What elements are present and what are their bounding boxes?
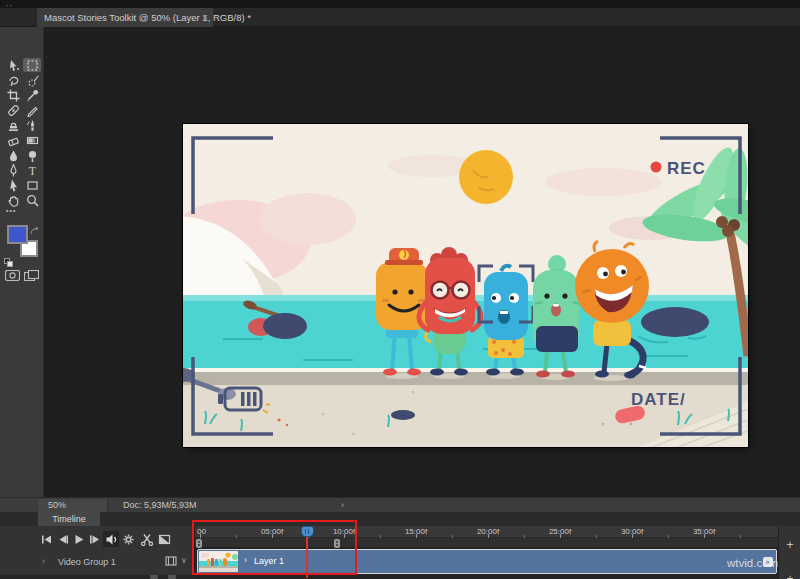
quick-mask-icon[interactable]	[5, 267, 20, 285]
timeline-panel: › Video Group 1 ∨ 00 05:00f 10:00f 15:00…	[0, 526, 800, 579]
type-tool[interactable]: T	[23, 163, 41, 177]
timeline-left-panel: › Video Group 1 ∨	[0, 526, 195, 579]
annotation-red-rectangle	[192, 520, 357, 575]
document-tab-bar: Mascot Stories Toolkit @ 50% (Layer 1, R…	[0, 8, 800, 27]
rec-label: REC	[667, 159, 706, 178]
track-filmstrip-icon[interactable]	[165, 555, 177, 569]
window-corner-dots: ..	[6, 0, 13, 8]
hand-tool[interactable]	[4, 193, 22, 207]
beach-scene-illustration: REC DATE/	[183, 124, 748, 447]
history-brush-tool[interactable]	[23, 118, 41, 132]
edit-toolbar-ellipsis-icon[interactable]: •••	[6, 207, 16, 214]
transition-button[interactable]	[156, 531, 172, 547]
lasso-tool[interactable]	[4, 73, 22, 87]
split-at-playhead-scissors-icon[interactable]	[138, 531, 154, 547]
document-canvas[interactable]: REC DATE/	[183, 124, 748, 447]
track-expander-icon[interactable]: ›	[42, 556, 45, 566]
rec-dot-icon	[651, 162, 662, 173]
zoom-level-field[interactable]: 50%	[38, 499, 108, 512]
add-media-button[interactable]: +	[783, 538, 797, 552]
quick-selection-tool[interactable]	[23, 73, 41, 87]
audio-track-icon	[150, 575, 158, 579]
spot-healing-brush-tool[interactable]	[4, 103, 22, 117]
document-tab[interactable]: Mascot Stories Toolkit @ 50% (Layer 1, R…	[37, 8, 213, 27]
dodge-tool[interactable]	[23, 148, 41, 162]
track-row-video-group[interactable]: › Video Group 1 ∨	[0, 552, 195, 573]
crop-tool[interactable]	[4, 88, 22, 102]
document-tab-title: Mascot Stories Toolkit @ 50% (Layer 1, R…	[44, 12, 251, 23]
rectangular-marquee-tool[interactable]	[23, 58, 41, 72]
path-selection-tool[interactable]	[4, 178, 22, 192]
photoshop-window: .. Mascot Stories Toolkit @ 50% (Layer 1…	[0, 0, 800, 579]
svg-text:T: T	[28, 164, 36, 177]
tab-timeline[interactable]: Timeline	[38, 512, 100, 526]
screen-mode-icon[interactable]	[24, 267, 39, 285]
gradient-tool[interactable]	[23, 133, 41, 147]
tools-panel: T •••	[0, 27, 44, 497]
mute-audio-button[interactable]	[103, 531, 119, 547]
rectangle-shape-tool[interactable]	[23, 178, 41, 192]
add-media-button-2[interactable]: +	[783, 572, 797, 579]
clone-stamp-tool[interactable]	[4, 118, 22, 132]
timeline-settings-gear-icon[interactable]	[120, 531, 136, 547]
zoom-tool[interactable]	[23, 193, 41, 207]
status-bar: 50% Doc: 5,93M/5,93M ›	[0, 497, 800, 512]
blur-tool[interactable]	[4, 148, 22, 162]
timeline-right-column: + +	[778, 526, 800, 579]
go-to-first-frame-button[interactable]	[38, 531, 54, 547]
audio-track-options-icon	[168, 575, 176, 579]
eyedropper-tool[interactable]	[23, 88, 41, 102]
foreground-color-swatch[interactable]	[7, 225, 28, 244]
swap-colors-icon[interactable]	[30, 223, 40, 241]
play-button[interactable]	[70, 531, 86, 547]
tab-close-icon[interactable]: ×	[202, 8, 208, 27]
pen-tool[interactable]	[4, 163, 22, 177]
pencil-tool[interactable]	[23, 103, 41, 117]
window-top-strip: ..	[0, 0, 800, 8]
status-chevron-icon[interactable]: ›	[341, 499, 344, 512]
timeline-panel-header: Timeline	[0, 512, 800, 526]
move-tool[interactable]	[4, 58, 22, 72]
track-label: Video Group 1	[58, 557, 116, 567]
go-to-previous-frame-button[interactable]	[54, 531, 70, 547]
watermark-text: wtvid.com	[727, 557, 778, 569]
document-size-info: Doc: 5,93M/5,93M	[123, 499, 197, 512]
eraser-tool[interactable]	[4, 133, 22, 147]
track-options-caret-icon[interactable]: ∨	[181, 556, 187, 565]
canvas-area: REC DATE/	[45, 27, 800, 497]
go-to-next-frame-button[interactable]	[86, 531, 102, 547]
